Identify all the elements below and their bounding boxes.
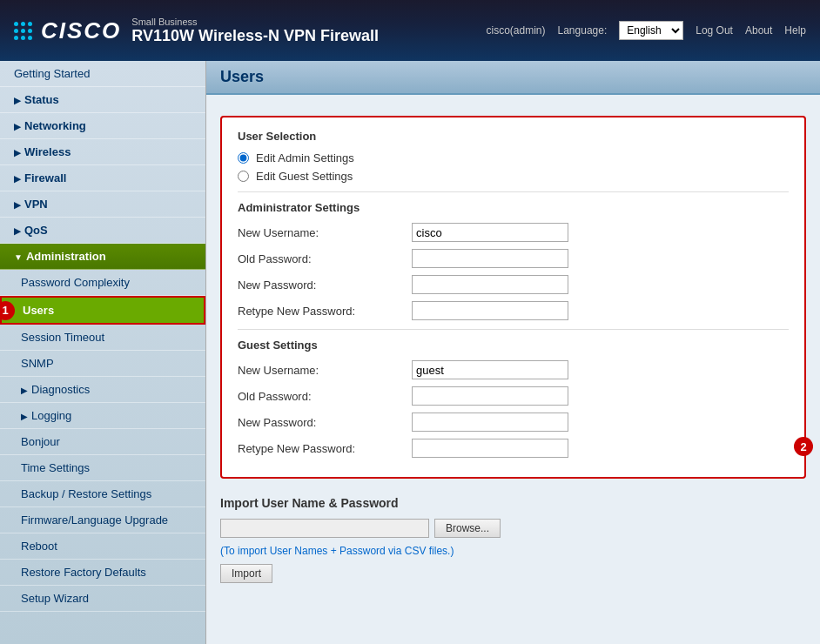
csv-note: (To import User Names + Password via CSV… bbox=[220, 545, 806, 557]
sidebar-item-firewall[interactable]: ▶Firewall bbox=[0, 165, 205, 191]
admin-retype-password-input[interactable] bbox=[412, 301, 568, 320]
import-button[interactable]: Import bbox=[220, 564, 272, 583]
admin-old-password-label: Old Password: bbox=[238, 252, 412, 265]
page-title-bar: Users bbox=[206, 61, 820, 95]
sidebar-item-diagnostics[interactable]: ▶Diagnostics bbox=[0, 377, 205, 403]
admin-old-password-row: Old Password: bbox=[238, 249, 789, 268]
logo-area: CISCO Small Business RV110W Wireless-N V… bbox=[14, 17, 379, 45]
sidebar-item-backup-restore[interactable]: Backup / Restore Settings bbox=[0, 481, 205, 507]
sidebar-item-vpn[interactable]: ▶VPN bbox=[0, 191, 205, 218]
guest-new-password-label: New Password: bbox=[238, 416, 412, 429]
sidebar-item-wireless[interactable]: ▶Wireless bbox=[0, 139, 205, 165]
page-title: Users bbox=[220, 68, 264, 85]
admin-retype-password-row: Retype New Password: bbox=[238, 301, 789, 320]
help-link[interactable]: Help bbox=[784, 24, 806, 37]
guest-retype-password-input[interactable] bbox=[412, 439, 568, 458]
header-right: cisco(admin) Language: English Spanish F… bbox=[487, 21, 807, 40]
small-business-label: Small Business bbox=[131, 17, 379, 27]
admin-username-label: New Username: bbox=[238, 226, 412, 239]
edit-guest-label: Edit Guest Settings bbox=[256, 170, 353, 183]
guest-new-password-row: New Password: bbox=[238, 413, 789, 432]
form-container: User Selection Edit Admin Settings Edit … bbox=[220, 116, 806, 479]
layout: Getting Started ▶Status ▶Networking ▶Wir… bbox=[0, 61, 820, 644]
edit-guest-row: Edit Guest Settings bbox=[238, 170, 789, 183]
header: CISCO Small Business RV110W Wireless-N V… bbox=[0, 0, 820, 61]
separator-2 bbox=[238, 329, 789, 330]
sidebar-item-setup-wizard[interactable]: Setup Wizard bbox=[0, 586, 205, 612]
sidebar-item-reboot[interactable]: Reboot bbox=[0, 533, 205, 560]
separator-1 bbox=[238, 191, 789, 192]
browse-button[interactable]: Browse... bbox=[434, 519, 501, 538]
edit-admin-label: Edit Admin Settings bbox=[256, 151, 354, 164]
guest-old-password-row: Old Password: bbox=[238, 386, 789, 406]
user-info: cisco(admin) bbox=[487, 24, 546, 37]
guest-new-password-input[interactable] bbox=[412, 413, 568, 432]
admin-retype-password-label: Retype New Password: bbox=[238, 305, 412, 318]
admin-settings-title: Administrator Settings bbox=[238, 201, 789, 214]
import-file-row: Browse... bbox=[220, 519, 806, 538]
sidebar-item-networking[interactable]: ▶Networking bbox=[0, 113, 205, 139]
guest-username-input[interactable] bbox=[412, 360, 568, 379]
admin-old-password-input[interactable] bbox=[412, 249, 568, 268]
sidebar-item-qos[interactable]: ▶QoS bbox=[0, 218, 205, 244]
guest-old-password-label: Old Password: bbox=[238, 390, 412, 403]
guest-old-password-input[interactable] bbox=[412, 386, 568, 406]
language-select[interactable]: English Spanish French bbox=[619, 21, 683, 40]
main-content: Users User Selection Edit Admin Settings… bbox=[206, 61, 820, 644]
content-area: User Selection Edit Admin Settings Edit … bbox=[206, 95, 820, 644]
sidebar-item-session-timeout[interactable]: Session Timeout bbox=[0, 325, 205, 351]
sidebar-item-bonjour[interactable]: Bonjour bbox=[0, 429, 205, 455]
admin-new-password-row: New Password: bbox=[238, 275, 789, 294]
sidebar-item-users[interactable]: Users 1 bbox=[0, 296, 205, 325]
sidebar-item-time-settings[interactable]: Time Settings bbox=[0, 455, 205, 481]
sidebar-item-snmp[interactable]: SNMP bbox=[0, 351, 205, 377]
edit-guest-radio[interactable] bbox=[238, 171, 249, 182]
guest-retype-password-label: Retype New Password: bbox=[238, 442, 412, 455]
admin-username-input[interactable] bbox=[412, 223, 568, 242]
edit-admin-row: Edit Admin Settings bbox=[238, 151, 789, 164]
import-title: Import User Name & Password bbox=[220, 496, 806, 510]
language-label: Language: bbox=[558, 24, 608, 37]
product-name-label: RV110W Wireless-N VPN Firewall bbox=[131, 27, 379, 44]
cisco-logo-dots bbox=[14, 22, 32, 40]
sidebar-item-logging[interactable]: ▶Logging bbox=[0, 403, 205, 429]
sidebar-item-password-complexity[interactable]: Password Complexity bbox=[0, 270, 205, 296]
sidebar-item-status[interactable]: ▶Status bbox=[0, 87, 205, 113]
guest-username-label: New Username: bbox=[238, 364, 412, 377]
cisco-wordmark: CISCO bbox=[41, 17, 121, 44]
sidebar-item-administration[interactable]: ▼Administration bbox=[0, 244, 205, 270]
logout-link[interactable]: Log Out bbox=[696, 24, 733, 37]
guest-retype-password-row: Retype New Password: bbox=[238, 439, 789, 458]
admin-username-row: New Username: bbox=[238, 223, 789, 242]
edit-admin-radio[interactable] bbox=[238, 152, 249, 164]
import-section: Import User Name & Password Browse... (T… bbox=[220, 489, 806, 583]
import-file-path-input[interactable] bbox=[220, 519, 429, 538]
guest-settings-title: Guest Settings bbox=[238, 339, 789, 352]
user-selection-title: User Selection bbox=[238, 130, 789, 143]
admin-new-password-input[interactable] bbox=[412, 275, 568, 294]
admin-new-password-label: New Password: bbox=[238, 278, 412, 292]
about-link[interactable]: About bbox=[745, 24, 772, 37]
sidebar-item-restore-factory[interactable]: Restore Factory Defaults bbox=[0, 560, 205, 586]
brand-text: Small Business RV110W Wireless-N VPN Fir… bbox=[131, 17, 379, 45]
sidebar-item-getting-started[interactable]: Getting Started bbox=[0, 61, 205, 87]
sidebar-item-firmware-upgrade[interactable]: Firmware/Language Upgrade bbox=[0, 507, 205, 533]
guest-username-row: New Username: bbox=[238, 360, 789, 379]
sidebar: Getting Started ▶Status ▶Networking ▶Wir… bbox=[0, 61, 206, 644]
